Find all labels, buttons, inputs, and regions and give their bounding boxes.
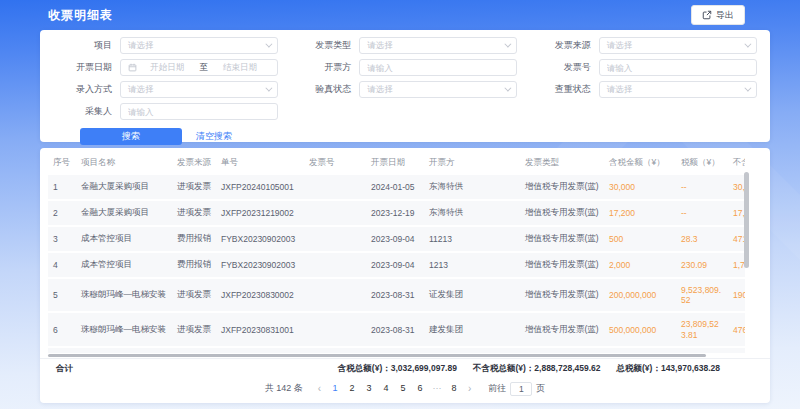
- cell-project: 成本管控项目: [76, 252, 172, 278]
- column-header-issuer: 开票方: [424, 150, 520, 175]
- filter-panel: 项目 请选择 发票类型 请选择 发票来源 请选择 开票日期: [40, 30, 770, 142]
- column-header-invoice-no: 发票号: [304, 150, 366, 175]
- cell-invoice-no: [304, 252, 366, 278]
- invoice-source-select[interactable]: 请选择: [599, 37, 757, 54]
- table-row: 6珠穆朗玛峰—电梯安装进项发票JXFP202308310012023-08-31…: [48, 312, 745, 346]
- cell-no: 5: [48, 278, 76, 312]
- cell-invoice-no: [304, 175, 366, 200]
- pagination: 共 142 条 ‹ 123456···8 › 前往 页: [40, 381, 770, 396]
- cell-project: 成本管控项目: [76, 226, 172, 252]
- cell-amount-excl-tax: 476,190,476.19: [728, 312, 745, 346]
- page-button-3[interactable]: 3: [362, 381, 376, 396]
- summary-item-value: 2,888,728,459.62: [534, 363, 600, 373]
- cell-issuer: 11213: [424, 226, 520, 252]
- project-label: 项目: [52, 39, 112, 52]
- column-header-project: 项目名称: [76, 150, 172, 175]
- cell-tax: --: [676, 200, 728, 226]
- cell-amount-excl-tax: 190,476,190.48: [728, 278, 745, 312]
- cell-project: 珠穆朗玛峰—电梯安装: [76, 312, 172, 346]
- search-button[interactable]: 搜索: [80, 128, 182, 145]
- filter-field-verify-status: 验真状态 请选择: [291, 81, 530, 98]
- invoice-source-select-placeholder: 请选择: [607, 40, 633, 52]
- summary-item-label: 总税额(¥)：: [617, 363, 661, 373]
- filter-field-project: 项目 请选择: [52, 37, 291, 54]
- table-row: 7珠穆朗玛峰—电梯安装进项发票JXFP202308300012023-08-30…: [48, 347, 745, 353]
- export-button[interactable]: 导出: [691, 5, 745, 25]
- project-select[interactable]: 请选择: [120, 37, 278, 54]
- chevron-down-icon: [744, 85, 751, 92]
- filter-field-invoice-no: 发票号: [531, 59, 770, 76]
- column-header-amount-excl-tax: 不含税金额（¥）: [728, 150, 745, 175]
- duplicate-status-select[interactable]: 请选择: [599, 81, 757, 98]
- cell-project: 金融大厦采购项目: [76, 175, 172, 200]
- column-header-invoice-type: 发票类型: [520, 150, 604, 175]
- cell-no: 3: [48, 226, 76, 252]
- cell-amount-incl-tax: 30,000: [604, 175, 676, 200]
- verify-status-select[interactable]: 请选择: [359, 81, 517, 98]
- cell-no: 4: [48, 252, 76, 278]
- cell-source: 进项发票: [172, 200, 216, 226]
- filter-field-issuer: 开票方: [291, 59, 530, 76]
- cell-source: 费用报销: [172, 226, 216, 252]
- cell-invoice-type: 增值税专用发票(蓝): [520, 312, 604, 346]
- cell-date: 2023-12-19: [366, 200, 424, 226]
- summary-item-label: 不含税总额(¥)：: [473, 363, 534, 373]
- page-button-6[interactable]: 6: [413, 381, 427, 396]
- cell-invoice-no: [304, 347, 366, 353]
- cell-order-no: FYBX20230902003: [216, 226, 304, 252]
- pagination-total-count: 共 142 条: [265, 382, 303, 395]
- issuer-input[interactable]: [359, 59, 517, 76]
- page-button-8[interactable]: 8: [447, 381, 461, 396]
- invoice-type-select[interactable]: 请选择: [359, 37, 517, 54]
- column-header-date: 开票日期: [366, 150, 424, 175]
- cell-amount-incl-tax: 200,000,000: [604, 278, 676, 312]
- table-row: 3成本管控项目费用报销FYBX202309020032023-09-041121…: [48, 226, 745, 252]
- start-date-placeholder: 开始日期: [137, 62, 197, 74]
- cell-tax: 71,428,571.43: [676, 347, 728, 353]
- cell-no: 1: [48, 175, 76, 200]
- cell-date: 2023-08-31: [366, 278, 424, 312]
- entry-method-select[interactable]: 请选择: [120, 81, 278, 98]
- cell-order-no: JXFP20230831001: [216, 312, 304, 346]
- cell-tax: 9,523,809.52: [676, 278, 728, 312]
- invoice-table: 序号项目名称发票来源单号发票号开票日期开票方发票类型含税金额（¥）税额（¥）不含…: [48, 150, 745, 353]
- page-button-5[interactable]: 5: [396, 381, 410, 396]
- cell-date: 2023-09-04: [366, 226, 424, 252]
- invoice-date-range-picker[interactable]: 开始日期 至 结束日期: [120, 59, 278, 76]
- table-vertical-scrollbar[interactable]: [744, 172, 749, 268]
- summary-item: 总税额(¥)：143,970,638.28: [617, 363, 720, 375]
- invoice-no-input[interactable]: [599, 59, 757, 76]
- cell-invoice-type: 增值税专用发票(蓝): [520, 278, 604, 312]
- cell-amount-excl-tax: 30,000: [728, 175, 745, 200]
- goto-page-input[interactable]: [510, 382, 532, 396]
- page-button-4[interactable]: 4: [379, 381, 393, 396]
- previous-page-button[interactable]: ‹: [314, 381, 325, 396]
- project-select-placeholder: 请选择: [128, 40, 154, 52]
- filter-field-collector: 采集人: [52, 103, 292, 120]
- filter-field-duplicate-status: 查重状态 请选择: [531, 81, 770, 98]
- invoice-source-label: 发票来源: [531, 39, 591, 52]
- cell-source: 进项发票: [172, 347, 216, 353]
- column-header-tax: 税额（¥）: [676, 150, 728, 175]
- summary-item-value: 3,032,699,097.89: [391, 363, 457, 373]
- clear-search-link[interactable]: 清空搜索: [196, 130, 232, 143]
- cell-date: 2023-08-30: [366, 347, 424, 353]
- cell-issuer: 建发集团: [424, 312, 520, 346]
- date-range-separator: 至: [197, 62, 210, 74]
- cell-amount-incl-tax: 2,000: [604, 252, 676, 278]
- verify-status-select-placeholder: 请选择: [367, 84, 393, 96]
- issuer-label: 开票方: [291, 61, 351, 74]
- invoice-date-label: 开票日期: [52, 61, 112, 74]
- cell-order-no: FYBX20230902003: [216, 252, 304, 278]
- chevron-down-icon: [265, 85, 272, 92]
- collector-input[interactable]: [120, 103, 278, 120]
- cell-issuer: 证发集团: [424, 278, 520, 312]
- cell-invoice-no: [304, 312, 366, 346]
- cell-amount-incl-tax: 17,200: [604, 200, 676, 226]
- table-horizontal-scrollbar[interactable]: [48, 354, 706, 357]
- table-row: 2金融大厦采购项目进项发票JXFP202312190022023-12-19东海…: [48, 200, 745, 226]
- next-page-button[interactable]: ›: [464, 381, 475, 396]
- page-button-2[interactable]: 2: [345, 381, 359, 396]
- page-button-1[interactable]: 1: [328, 381, 342, 396]
- cell-source: 进项发票: [172, 312, 216, 346]
